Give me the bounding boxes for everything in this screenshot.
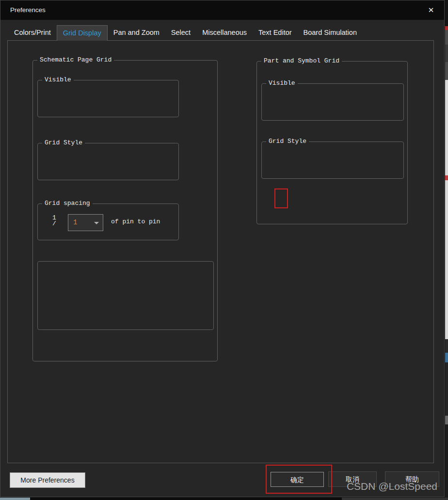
grid-spacing-title: Grid spacing [42,200,93,207]
tab-bar: Colors/Print Grid Display Pan and Zoom S… [8,25,363,41]
tab-board-simulation[interactable]: Board Simulation [298,25,363,41]
part-grid-style-title: Grid Style [266,138,309,145]
close-icon[interactable]: ✕ [423,0,439,20]
tab-text-editor[interactable]: Text Editor [253,25,298,41]
spacing-fraction: 1 / [51,215,58,227]
titlebar: Preferences ✕ [0,0,444,20]
grid-spacing-group: Grid spacing 1 / 1 of pin to pin [37,203,179,240]
schematic-grid-style-group: Grid Style [37,143,179,180]
schematic-grid-style-title: Grid Style [42,139,85,146]
tab-pan-and-zoom[interactable]: Pan and Zoom [108,25,165,41]
schematic-page-grid-title: Schematic Page Grid [37,56,114,63]
window-title: Preferences [10,0,46,20]
part-visible-group: Visible [261,83,404,121]
tab-grid-display[interactable]: Grid Display [57,25,108,41]
schematic-snap-group [37,261,214,330]
spacing-value: 1 [73,219,77,226]
schematic-visible-group: Visible [37,80,179,117]
chevron-down-icon [94,222,99,224]
part-grid-style-group: Grid Style [261,141,404,179]
part-visible-title: Visible [266,79,298,87]
ok-button[interactable]: 确定 [271,472,324,487]
spacing-combobox[interactable]: 1 [68,214,103,231]
spacing-slash: / [51,221,58,227]
tab-miscellaneous[interactable]: Miscellaneous [196,25,253,41]
tab-select[interactable]: Select [165,25,196,41]
spacing-suffix: of pin to pin [111,218,160,225]
more-preferences-button[interactable]: More Preferences [10,472,85,488]
part-symbol-grid-title: Part and Symbol Grid [261,57,342,64]
screen: Preferences ✕ Colors/Print Grid Display … [0,0,448,500]
watermark: CSDN @LostSpeed [347,481,437,492]
preferences-dialog: Preferences ✕ Colors/Print Grid Display … [0,0,445,497]
tab-colors-print[interactable]: Colors/Print [8,25,57,41]
schematic-visible-title: Visible [42,76,74,83]
